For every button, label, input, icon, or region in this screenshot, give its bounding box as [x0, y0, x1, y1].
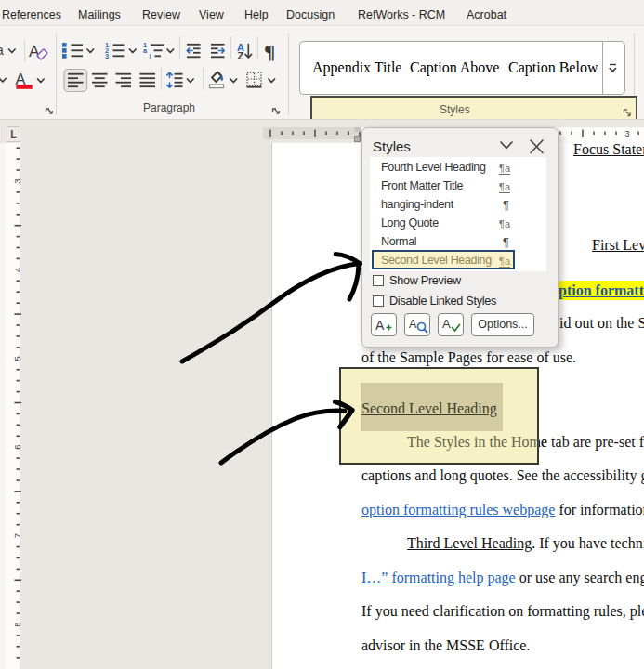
svg-text:A: A: [442, 317, 451, 331]
svg-text:i: i: [150, 52, 151, 60]
svg-text:3: 3: [624, 129, 629, 138]
svg-text:A: A: [375, 318, 385, 333]
svg-text:Z: Z: [237, 50, 243, 61]
svg-text:¶: ¶: [264, 42, 276, 62]
svg-text:6: 6: [12, 445, 22, 450]
svg-text:A: A: [409, 318, 417, 331]
svg-text:7: 7: [12, 533, 22, 538]
svg-text:A: A: [16, 71, 26, 87]
svg-text:a: a: [0, 43, 4, 58]
svg-text:8: 8: [12, 622, 22, 626]
svg-text:a: a: [143, 46, 148, 55]
svg-text:4: 4: [12, 268, 22, 272]
svg-text:5: 5: [12, 356, 22, 361]
svg-text:3: 3: [105, 52, 109, 60]
svg-text:3: 3: [12, 178, 22, 183]
